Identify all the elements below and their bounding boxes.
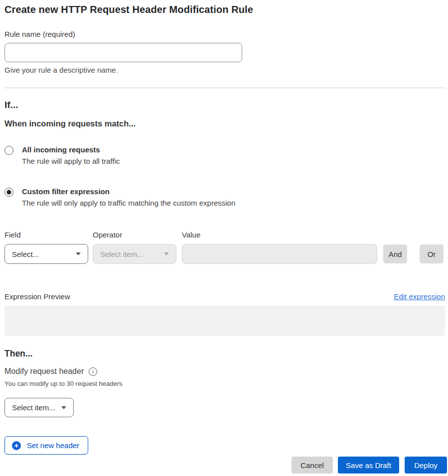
section-divider <box>4 88 445 88</box>
edit-expression-link[interactable]: Edit expression <box>394 292 445 301</box>
operator-select-value: Select item... <box>100 250 144 258</box>
rule-name-label: Rule name (required) <box>4 30 445 38</box>
expression-builder-labels: Field Operator Value <box>4 231 445 239</box>
operator-label: Operator <box>93 231 182 239</box>
save-as-draft-button[interactable]: Save as Draft <box>338 457 399 474</box>
header-action-select-value: Select item... <box>12 403 55 412</box>
radio-option-texts: All incoming requests The rule will appl… <box>22 145 120 165</box>
radio-all-requests[interactable] <box>4 146 13 155</box>
radio-option-all-requests[interactable]: All incoming requests The rule will appl… <box>4 145 445 165</box>
expression-preview-label: Expression Preview <box>4 292 70 301</box>
header-action-select[interactable]: Select item... <box>4 398 74 417</box>
modify-header-row: Modify request header i <box>4 367 445 376</box>
set-new-header-label: Set new header <box>27 441 79 450</box>
expression-preview-box <box>4 306 445 336</box>
radio-all-requests-description: The rule will apply to all traffic <box>22 157 120 165</box>
chevron-down-icon <box>61 406 66 409</box>
or-button[interactable]: Or <box>420 244 444 263</box>
radio-custom-filter-label[interactable]: Custom filter expression <box>22 187 235 196</box>
radio-option-texts: Custom filter expression The rule will o… <box>22 187 235 207</box>
operator-select[interactable]: Select item... <box>93 244 176 264</box>
info-icon[interactable]: i <box>89 367 97 376</box>
radio-custom-filter-description: The rule will only apply to traffic matc… <box>22 199 235 207</box>
field-select-value: Select... <box>12 250 39 258</box>
page-title: Create new HTTP Request Header Modificat… <box>4 4 445 15</box>
field-select[interactable]: Select... <box>4 244 88 264</box>
modify-header-helper: You can modify up to 30 request headers <box>4 380 445 387</box>
radio-option-custom-filter[interactable]: Custom filter expression The rule will o… <box>4 187 445 207</box>
rule-name-input[interactable] <box>4 43 242 62</box>
then-heading: Then... <box>4 349 445 359</box>
modify-header-label: Modify request header <box>4 367 84 376</box>
and-button[interactable]: And <box>383 244 407 263</box>
expression-preview-header: Expression Preview Edit expression <box>4 292 445 301</box>
value-input[interactable] <box>182 244 377 264</box>
cancel-button[interactable]: Cancel <box>292 457 333 474</box>
chevron-down-icon <box>76 252 81 255</box>
radio-all-requests-label[interactable]: All incoming requests <box>22 145 120 154</box>
deploy-button[interactable]: Deploy <box>405 457 447 474</box>
expression-builder-row: Select... Select item... And Or <box>4 244 445 264</box>
if-heading: If... <box>4 100 445 111</box>
value-label: Value <box>182 231 377 239</box>
set-new-header-button[interactable]: + Set new header <box>4 436 88 455</box>
chevron-down-icon <box>164 252 169 255</box>
match-subheading: When incoming requests match... <box>4 119 445 128</box>
field-label: Field <box>4 231 93 239</box>
plus-circle-icon: + <box>12 441 21 450</box>
radio-custom-filter[interactable] <box>4 188 13 197</box>
create-rule-form: Create new HTTP Request Header Modificat… <box>0 0 448 476</box>
footer-actions: Cancel Save as Draft Deploy <box>4 457 447 474</box>
rule-name-helper: Give your rule a descriptive name. <box>4 66 445 74</box>
